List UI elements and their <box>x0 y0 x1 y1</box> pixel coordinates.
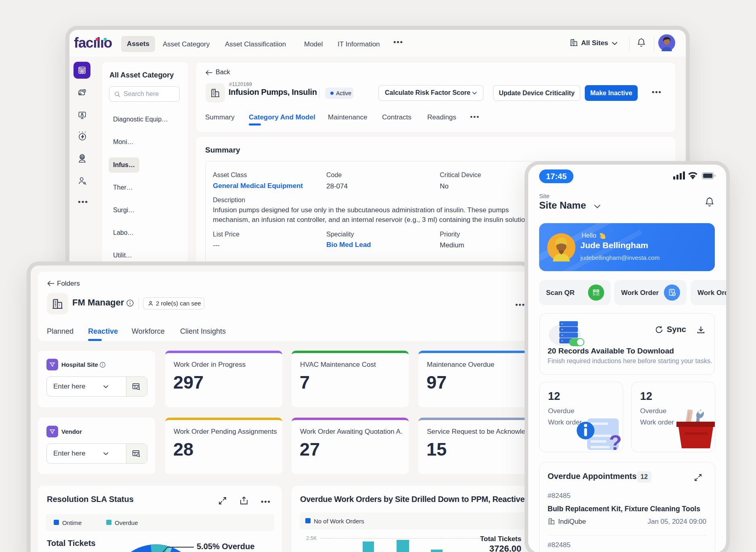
svg-text:?: ? <box>609 431 622 452</box>
